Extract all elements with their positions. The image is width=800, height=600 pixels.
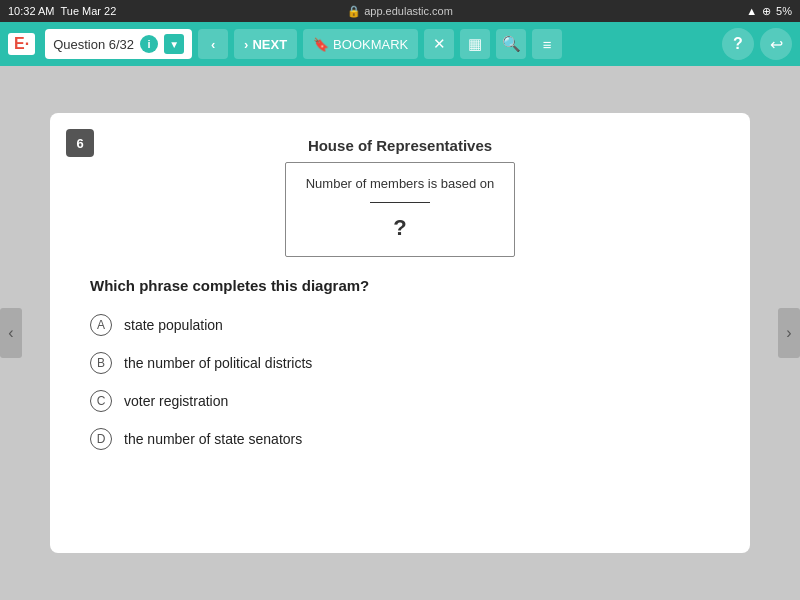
app-logo[interactable]: E· [8,33,35,55]
menu-icon: ≡ [543,36,552,53]
toolbar: E· Question 6/32 i ▼ ‹ › NEXT 🔖 BOOKMARK… [0,22,800,66]
choice-d-text: the number of state senators [124,431,302,447]
next-label: NEXT [252,37,287,52]
close-icon: ✕ [433,35,446,53]
right-nav-arrow[interactable]: › [778,308,800,358]
url-text: app.edulastic.com [364,5,453,17]
choice-d-circle: D [90,428,112,450]
battery-display: 5% [776,5,792,17]
question-card: 6 House of Representatives Number of mem… [50,113,750,553]
choice-c[interactable]: C voter registration [90,390,710,412]
help-icon: ? [733,35,743,53]
main-area: ‹ 6 House of Representatives Number of m… [0,66,800,600]
choice-a[interactable]: A state population [90,314,710,336]
menu-button[interactable]: ≡ [532,29,562,59]
bookmark-label: BOOKMARK [333,37,408,52]
left-arrow-icon: ‹ [8,324,13,342]
answer-choices: A state population B the number of polit… [90,314,710,450]
signal-icon: ⊕ [762,5,771,18]
diagram-blank [370,202,430,203]
bookmark-icon: 🔖 [313,37,329,52]
next-arrow-icon: › [244,37,248,52]
search-icon: 🔍 [502,35,521,53]
status-right: ▲ ⊕ 5% [746,5,792,18]
info-button[interactable]: i [140,35,158,53]
right-arrow-icon: › [786,324,791,342]
choice-d[interactable]: D the number of state senators [90,428,710,450]
lock-icon: 🔒 [347,5,361,17]
question-number-badge: 6 [66,129,94,157]
diagram-title: House of Representatives [308,137,492,154]
question-label: Question 6/32 [53,37,134,52]
question-prompt: Which phrase completes this diagram? [90,277,710,294]
diagram-box: Number of members is based on ? [285,162,516,257]
toolbar-right: ? ↩ [722,28,792,60]
logo-text: E [14,35,25,52]
calendar-icon: ▦ [468,35,482,53]
choice-b[interactable]: B the number of political districts [90,352,710,374]
choice-b-circle: B [90,352,112,374]
diagram-line1: Number of members is based on [306,176,495,191]
choice-c-circle: C [90,390,112,412]
diagram-section: House of Representatives Number of membe… [90,137,710,257]
diagram-question-mark: ? [306,213,495,244]
choice-b-text: the number of political districts [124,355,312,371]
date-display: Tue Mar 22 [60,5,116,17]
dropdown-button[interactable]: ▼ [164,34,184,54]
back-icon: ↩ [770,35,783,54]
question-nav: Question 6/32 i ▼ [45,29,192,59]
help-button[interactable]: ? [722,28,754,60]
url-display: 🔒 app.edulastic.com [347,5,453,18]
status-bar: 10:32 AM Tue Mar 22 🔒 app.edulastic.com … [0,0,800,22]
bookmark-button[interactable]: 🔖 BOOKMARK [303,29,418,59]
prev-arrow-icon: ‹ [211,37,215,52]
wifi-icon: ▲ [746,5,757,17]
back-button[interactable]: ↩ [760,28,792,60]
choice-a-circle: A [90,314,112,336]
left-nav-arrow[interactable]: ‹ [0,308,22,358]
next-button[interactable]: › NEXT [234,29,297,59]
search-button[interactable]: 🔍 [496,29,526,59]
status-left: 10:32 AM Tue Mar 22 [8,5,116,17]
choice-c-text: voter registration [124,393,228,409]
time-display: 10:32 AM [8,5,54,17]
diagram-box-text: Number of members is based on ? [306,175,495,244]
close-button[interactable]: ✕ [424,29,454,59]
choice-a-text: state population [124,317,223,333]
calendar-button[interactable]: ▦ [460,29,490,59]
prev-button[interactable]: ‹ [198,29,228,59]
